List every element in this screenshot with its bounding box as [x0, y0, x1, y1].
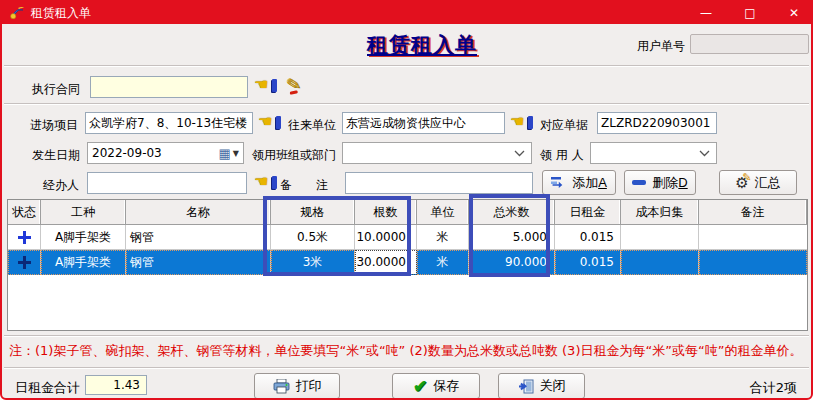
cell-remark[interactable]: [699, 225, 807, 250]
summary-button[interactable]: ⚙✎ 汇总: [719, 170, 797, 195]
daily-rent-total-field: [85, 375, 147, 395]
table-row-selected[interactable]: A脚手架类 钢管 3米 30.0000 米 90.000 0.015: [8, 250, 807, 275]
date-value: 2022-09-03: [88, 146, 219, 160]
project-label: 进场项目: [30, 117, 78, 134]
col-header-status[interactable]: 状态: [8, 200, 41, 225]
contract-input[interactable]: [90, 76, 248, 98]
col-header-total-meters[interactable]: 总米数: [469, 200, 555, 225]
table-header-row: 状态 工种 名称 规格 根数 单位 总米数 日租金 成本归集 备注: [8, 200, 807, 225]
col-header-unit[interactable]: 单位: [417, 200, 469, 225]
col-header-daily-rent[interactable]: 日租金: [555, 200, 621, 225]
chevron-down-icon: [699, 150, 710, 157]
add-row-button[interactable]: 添加A: [542, 170, 616, 195]
cell-total-meters[interactable]: 90.000: [469, 250, 555, 275]
team-label: 领用班组或部门: [252, 147, 336, 164]
minus-icon: [632, 180, 646, 185]
note-text: 注：(1)架子管、碗扣架、架杆、钢管等材料，单位要填写“米”或“吨” (2)数量…: [9, 342, 809, 360]
daily-rent-total-label: 日租金合计: [15, 379, 80, 397]
cell-unit[interactable]: 米: [417, 225, 469, 250]
handler-input[interactable]: [87, 172, 247, 194]
date-picker[interactable]: 2022-09-03 ▦ ▼: [87, 142, 244, 164]
contract-lookup-icon[interactable]: ☚: [254, 77, 278, 95]
page-title: 租赁租入单: [302, 31, 542, 59]
col-header-name[interactable]: 名称: [126, 200, 271, 225]
cell-worktype[interactable]: A脚手架类: [41, 225, 126, 250]
cell-remark[interactable]: [699, 250, 807, 275]
col-header-remark[interactable]: 备注: [699, 200, 807, 225]
print-button[interactable]: 打印: [254, 373, 340, 399]
user-no-field[interactable]: [690, 34, 809, 54]
divider: [4, 103, 809, 105]
vendor-label: 往来单位: [288, 117, 336, 134]
cell-cost-group[interactable]: [621, 250, 699, 275]
col-header-count[interactable]: 根数: [355, 200, 417, 225]
app-logo-icon: [9, 5, 25, 21]
total-items-text: 合计2项: [750, 379, 797, 397]
divider: [4, 65, 809, 67]
cell-spec[interactable]: 0.5米: [271, 225, 355, 250]
col-header-cost-group[interactable]: 成本归集: [621, 200, 699, 225]
cell-count[interactable]: 10.0000: [355, 225, 417, 250]
edit-pencil-icon[interactable]: ✎: [284, 73, 302, 96]
delete-row-button[interactable]: 删除D: [624, 170, 696, 195]
minimize-button[interactable]: —: [695, 6, 717, 20]
cell-daily-rent[interactable]: 0.015: [555, 250, 621, 275]
chevron-down-icon: [514, 150, 525, 157]
maximize-button[interactable]: □: [739, 6, 761, 20]
col-header-worktype[interactable]: 工种: [41, 200, 126, 225]
remark-input[interactable]: [345, 172, 533, 194]
divider: [4, 335, 809, 337]
title-bar: 租赁租入单 — □ ✕: [2, 2, 811, 24]
handler-label: 经办人: [43, 177, 79, 194]
vendor-input[interactable]: [342, 112, 505, 134]
table-row[interactable]: A脚手架类 钢管 0.5米 10.0000 米 5.000 0.015: [8, 225, 807, 250]
date-dropdown-icon[interactable]: ▼: [233, 149, 239, 158]
divider: [4, 367, 809, 369]
close-button[interactable]: 关闭: [498, 373, 585, 399]
close-window-button[interactable]: ✕: [783, 6, 805, 20]
cell-name[interactable]: 钢管: [126, 225, 271, 250]
plus-icon: [18, 231, 31, 244]
cell-worktype[interactable]: A脚手架类: [41, 250, 126, 275]
cell-cost-group[interactable]: [621, 225, 699, 250]
vendor-lookup-icon[interactable]: ☚: [510, 114, 534, 132]
recipient-combobox[interactable]: [590, 142, 717, 164]
project-lookup-icon[interactable]: ☚: [258, 114, 282, 132]
row-status-cell[interactable]: [8, 250, 41, 275]
contract-label: 执行合同: [32, 81, 80, 98]
app-window: 租赁租入单 — □ ✕ 租赁租入单 用户单号 执行合同 ☚ ✎ 进场项目 ☚ 往…: [0, 0, 813, 400]
save-button[interactable]: ✔ 保存: [392, 373, 480, 399]
cell-total-meters[interactable]: 5.000: [469, 225, 555, 250]
doc-no-input[interactable]: [597, 112, 717, 134]
exit-door-icon: [518, 379, 534, 394]
row-status-cell[interactable]: [8, 225, 41, 250]
cell-spec[interactable]: 3米: [271, 250, 355, 275]
team-combobox[interactable]: [342, 142, 532, 164]
cell-unit[interactable]: 米: [417, 250, 469, 275]
printer-icon: [273, 379, 290, 394]
handler-lookup-icon[interactable]: ☚: [254, 174, 278, 192]
plus-icon: [18, 256, 31, 269]
add-row-icon: [551, 176, 566, 189]
date-label: 发生日期: [32, 147, 80, 164]
items-table[interactable]: 状态 工种 名称 规格 根数 单位 总米数 日租金 成本归集 备注 A脚手架类 …: [7, 199, 808, 331]
project-input[interactable]: [85, 112, 253, 134]
window-title: 租赁租入单: [31, 5, 91, 22]
col-header-spec[interactable]: 规格: [271, 200, 355, 225]
gear-pencil-icon: ⚙✎: [735, 174, 748, 192]
remark-label: 备 注: [280, 177, 328, 194]
cell-count-editing[interactable]: 30.0000: [355, 250, 417, 275]
calendar-icon[interactable]: ▦: [219, 146, 231, 161]
cell-name[interactable]: 钢管: [126, 250, 271, 275]
recipient-label: 领 用 人: [540, 147, 584, 164]
user-no-label: 用户单号: [637, 38, 685, 55]
check-icon: ✔: [413, 376, 427, 397]
doc-no-label: 对应单据: [540, 117, 588, 134]
cell-daily-rent[interactable]: 0.015: [555, 225, 621, 250]
